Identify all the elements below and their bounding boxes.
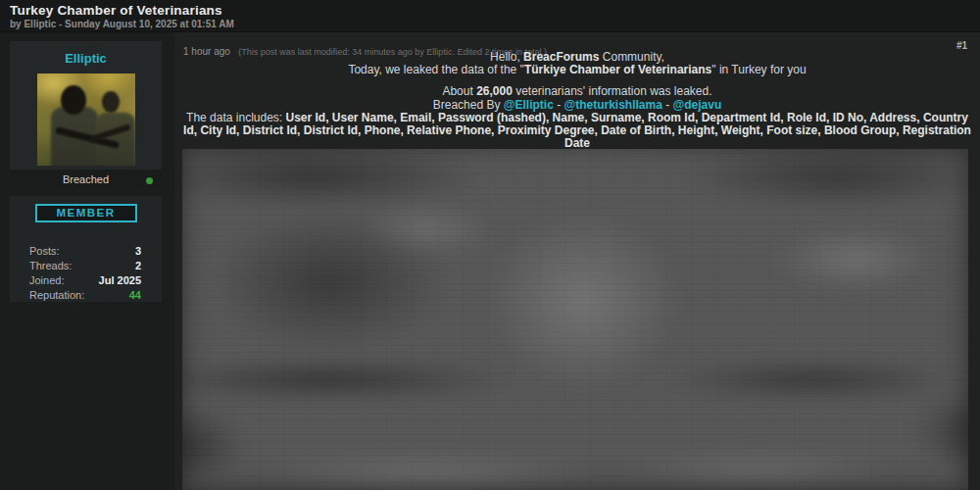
user-status-bar: Breached xyxy=(10,171,162,189)
member-panel: MEMBER Posts: 3 Threads: 2 Joined: Jul 2… xyxy=(10,196,162,302)
breacher-link-theturkishllama[interactable]: @theturkishllama xyxy=(564,98,662,112)
online-status-dot xyxy=(146,177,153,184)
stat-label: Reputation: xyxy=(29,289,84,301)
stat-row-threads: Threads: 2 xyxy=(10,258,162,272)
forum-name: BreacForums xyxy=(523,50,599,64)
stat-row-reputation: Reputation: 44 xyxy=(10,287,162,302)
data-fields-list: User Id, User Name, Email, Password (has… xyxy=(183,111,971,150)
stat-value: 2 xyxy=(135,260,141,271)
thread-title: Turkey Chamber of Veterinarians xyxy=(10,3,980,18)
org-name: Türkiye Chamber of Veterinarians xyxy=(524,63,711,76)
stat-value-reputation[interactable]: 44 xyxy=(129,289,141,301)
leak-line: Today, we leaked the data of the "Türkiy… xyxy=(174,64,980,76)
data-includes-line: The data includes: User Id, User Name, E… xyxy=(174,112,980,151)
avatar-figure-head xyxy=(61,85,86,115)
sample-vignette xyxy=(182,149,968,490)
user-status-label: Breached xyxy=(63,173,109,185)
breacher-link-elliptic[interactable]: @Elliptic xyxy=(504,98,554,112)
user-panel: Elliptic xyxy=(10,41,162,170)
username-link[interactable]: Elliptic xyxy=(10,51,162,66)
post-body: Hello, BreacForums Community, Today, we … xyxy=(174,51,980,165)
stat-label: Threads: xyxy=(29,260,72,271)
thread-header: Turkey Chamber of Veterinarians by Ellip… xyxy=(0,0,980,32)
thread-byline: by Elliptic - Sunday August 10, 2025 at … xyxy=(10,19,980,29)
sample-screenshot-blurred[interactable] xyxy=(182,149,968,490)
leak-count: 26,000 xyxy=(476,84,513,98)
stat-row-joined: Joined: Jul 2025 xyxy=(10,272,162,287)
stat-value: Jul 2025 xyxy=(99,274,141,286)
stat-label: Joined: xyxy=(29,274,64,286)
member-badge: MEMBER xyxy=(35,204,137,222)
avatar-figure-head xyxy=(102,91,120,113)
post-number-link[interactable]: #1 xyxy=(956,40,967,51)
user-stats: Posts: 3 Threads: 2 Joined: Jul 2025 Rep… xyxy=(10,243,162,302)
stat-label: Posts: xyxy=(29,245,60,257)
user-avatar[interactable] xyxy=(37,74,135,166)
stat-row-posts: Posts: 3 xyxy=(10,243,162,258)
breacher-link-dejavu[interactable]: @dejavu xyxy=(673,98,722,112)
stat-value: 3 xyxy=(135,245,141,257)
